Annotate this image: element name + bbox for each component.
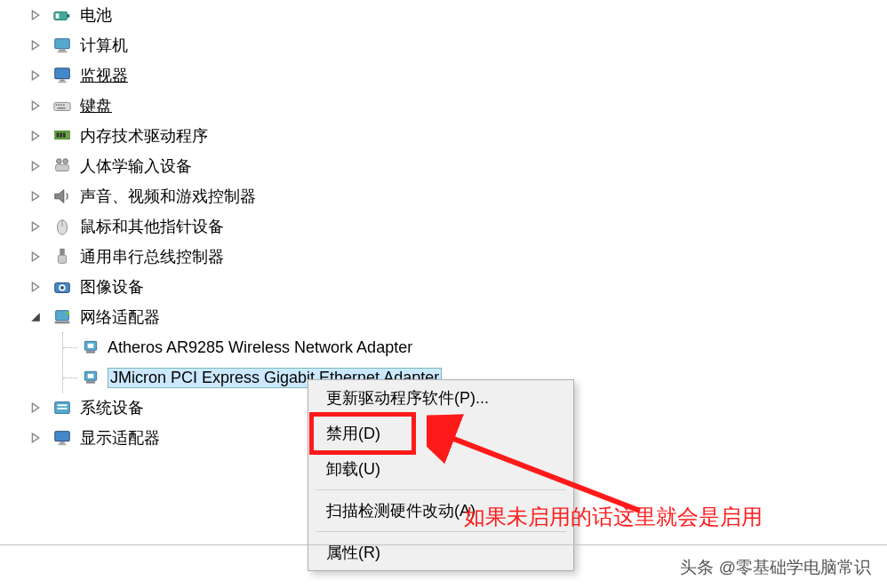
expander-right-icon[interactable] (27, 6, 44, 24)
tree-node-label[interactable]: 通用串行总线控制器 (80, 246, 224, 267)
svg-rect-17 (63, 104, 65, 106)
menu-item[interactable]: 卸载(U) (308, 451, 573, 487)
expander-right-icon[interactable] (27, 399, 44, 417)
memory-icon (52, 125, 73, 147)
expander-right-icon[interactable] (27, 67, 44, 84)
svg-rect-52 (58, 404, 68, 406)
network-icon (52, 306, 73, 328)
context-menu[interactable]: 更新驱动程序软件(P)...禁用(D)卸载(U)扫描检测硬件改动(A)属性(R) (308, 379, 574, 571)
battery-icon (52, 4, 73, 26)
svg-rect-23 (63, 132, 66, 138)
tree-node[interactable]: 鼠标和其他指针设备 (27, 211, 442, 242)
svg-rect-2 (68, 14, 70, 18)
expander-right-icon[interactable] (27, 278, 44, 296)
menu-item[interactable]: 属性(R) (308, 535, 573, 570)
svg-rect-53 (58, 408, 68, 409)
tree-node-label[interactable]: 声音、视频和游戏控制器 (80, 186, 256, 207)
tree-node-label[interactable]: 电池 (80, 4, 112, 26)
expander-down-icon[interactable] (27, 308, 44, 326)
svg-rect-5 (55, 39, 70, 49)
svg-marker-0 (32, 11, 38, 20)
tree-node-label[interactable]: 监视器 (80, 65, 128, 86)
svg-rect-6 (59, 50, 65, 52)
tree-node-label[interactable]: 图像设备 (80, 276, 144, 298)
svg-rect-16 (60, 104, 62, 106)
svg-marker-50 (32, 403, 38, 412)
tree-node[interactable]: 内存技术驱动程序 (27, 121, 442, 151)
hid-icon (52, 155, 73, 177)
svg-marker-30 (32, 222, 38, 231)
svg-marker-28 (32, 192, 38, 201)
tree-node-label[interactable]: 人体学输入设备 (80, 155, 192, 177)
netcard-icon (81, 338, 100, 357)
expander-right-icon[interactable] (27, 157, 44, 175)
menu-item[interactable]: 禁用(D) (308, 416, 573, 451)
tree-node-label[interactable]: 键盘 (80, 95, 112, 116)
mouse-icon (52, 216, 73, 237)
svg-rect-7 (58, 51, 68, 52)
menu-item[interactable]: 更新驱动程序软件(P)... (308, 380, 573, 416)
tree-node[interactable]: 键盘 (27, 91, 442, 121)
netcard-icon (81, 368, 100, 387)
annotation-text: 如果未启用的话这里就会是启用 (464, 503, 763, 531)
tree-node[interactable]: 监视器 (27, 60, 442, 91)
svg-rect-48 (86, 381, 95, 384)
imaging-icon (52, 276, 73, 298)
tree-node[interactable]: 通用串行总线控制器 (27, 242, 442, 272)
expander-right-icon[interactable] (27, 187, 44, 205)
svg-rect-42 (55, 322, 70, 324)
tree-node-label[interactable]: 网络适配器 (80, 306, 160, 328)
expander-right-icon[interactable] (27, 36, 44, 54)
tree-node[interactable]: 电池 (27, 0, 442, 30)
expander-right-icon[interactable] (27, 429, 44, 447)
svg-marker-40 (31, 313, 40, 322)
svg-rect-34 (60, 249, 65, 255)
svg-marker-54 (32, 433, 38, 442)
svg-marker-19 (32, 131, 38, 140)
tree-node-label[interactable]: 内存技术驱动程序 (80, 125, 208, 147)
svg-rect-55 (55, 432, 70, 441)
svg-rect-25 (56, 164, 69, 171)
expander-right-icon[interactable] (27, 248, 44, 266)
tree-child-node[interactable]: Atheros AR9285 Wireless Network Adapter (63, 332, 442, 362)
expander-right-icon[interactable] (27, 127, 44, 145)
svg-rect-15 (58, 104, 60, 106)
svg-rect-21 (57, 132, 60, 138)
svg-rect-57 (58, 443, 66, 445)
svg-marker-29 (55, 190, 64, 203)
svg-rect-3 (56, 13, 60, 19)
svg-marker-8 (32, 71, 38, 80)
sound-icon (52, 186, 73, 207)
tree-node-label[interactable]: 系统设备 (80, 397, 144, 418)
tree-node[interactable]: 声音、视频和游戏控制器 (27, 181, 442, 211)
svg-point-27 (63, 159, 68, 164)
menu-separator (316, 489, 566, 490)
expander-right-icon[interactable] (27, 218, 44, 235)
svg-point-39 (60, 286, 64, 290)
tree-child-label[interactable]: Atheros AR9285 Wireless Network Adapter (108, 338, 412, 357)
tree-node-label[interactable]: 计算机 (80, 35, 128, 56)
svg-rect-46 (88, 344, 94, 348)
system-icon (52, 397, 73, 418)
svg-rect-18 (58, 107, 66, 109)
computer-icon (52, 35, 73, 56)
tree-node-label[interactable]: 显示适配器 (80, 427, 160, 449)
expander-right-icon[interactable] (27, 97, 44, 115)
svg-marker-12 (32, 101, 38, 110)
svg-rect-14 (56, 104, 58, 106)
svg-point-43 (67, 312, 70, 315)
tree-node[interactable]: 人体学输入设备 (27, 151, 442, 181)
tree-node[interactable]: 计算机 (27, 30, 442, 60)
tree-node-label[interactable]: 鼠标和其他指针设备 (80, 216, 224, 237)
svg-marker-36 (32, 282, 38, 291)
svg-rect-11 (58, 81, 66, 83)
svg-marker-33 (32, 252, 38, 261)
tree-node[interactable]: 网络适配器 (27, 302, 442, 332)
tree-node[interactable]: 图像设备 (27, 272, 442, 302)
svg-rect-9 (55, 68, 70, 79)
divider (0, 544, 887, 545)
monitor-icon (52, 65, 73, 86)
usb-icon (52, 246, 73, 267)
svg-marker-4 (32, 41, 38, 50)
menu-separator (316, 531, 566, 532)
